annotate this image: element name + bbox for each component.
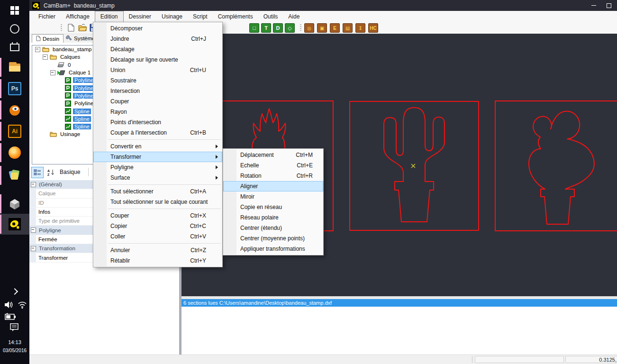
menu-item-Rétablir[interactable]: RétablirCtrl+Y — [93, 255, 222, 266]
task-view-icon[interactable] — [0, 37, 29, 58]
speaker-icon[interactable] — [4, 300, 15, 309]
windows-logo-icon — [10, 6, 19, 15]
menubar-item-Aide[interactable]: Aide — [283, 11, 305, 22]
menu-item-Copier[interactable]: CopierCtrl+C — [93, 221, 222, 231]
tree-expander-icon[interactable] — [35, 47, 40, 52]
menu-item-Points d'intersection[interactable]: Points d'intersection — [93, 117, 222, 127]
category-collapse-icon[interactable] — [31, 182, 36, 187]
menu-item-Centrer (moyenne points)[interactable]: Centrer (moyenne points) — [223, 233, 323, 244]
engrave-op-icon[interactable]: E — [330, 23, 340, 33]
az-sort-icon[interactable]: A Z — [45, 167, 57, 178]
menu-item-Polyligne[interactable]: Polyligne — [93, 162, 222, 173]
start-button-icon[interactable] — [0, 0, 29, 21]
unity-icon[interactable] — [0, 193, 29, 214]
menubar-item-Edition[interactable]: Edition — [95, 11, 124, 22]
tab-label: Système — [74, 36, 95, 41]
stock-outline-3[interactable] — [495, 101, 617, 231]
open-file-icon[interactable] — [78, 24, 87, 32]
region-tool-icon[interactable]: D — [273, 23, 283, 33]
menu-item-Surface[interactable]: Surface — [93, 173, 222, 183]
edition-menu-popup: DécomposerJoindreCtrl+JDécalageDécalage … — [93, 22, 223, 267]
drillbit-op-icon[interactable]: ↧ — [355, 23, 365, 33]
folder-icon — [42, 46, 49, 52]
menubar-item-Usinage[interactable]: Usinage — [156, 11, 188, 22]
tray-clock-time[interactable]: 14:13 — [0, 339, 29, 345]
menubar-item-Fichier[interactable]: Fichier — [33, 11, 61, 22]
lathe-op-icon[interactable]: ▤ — [343, 23, 353, 33]
tray-clock-date[interactable]: 03/05/2016 — [0, 348, 29, 353]
photoshop-icon[interactable]: Ps — [0, 78, 29, 99]
sticky-notes-icon[interactable] — [0, 165, 29, 186]
menu-item-Décalage sur ligne ouverte[interactable]: Décalage sur ligne ouverte — [93, 55, 222, 65]
toolbar-gripper — [61, 24, 62, 32]
menu-item-label: Joindre — [110, 36, 129, 42]
tree-expander-icon[interactable] — [43, 55, 48, 60]
menu-item-Annuler[interactable]: AnnulerCtrl+Z — [93, 245, 222, 255]
stock-outline-2[interactable] — [350, 101, 479, 230]
menu-item-Tout sélectionner[interactable]: Tout sélectionnerCtrl+A — [93, 186, 222, 197]
menubar-item-Script[interactable]: Script — [188, 11, 213, 22]
menu-item-shortcut: Ctrl+E — [297, 162, 319, 169]
menu-item-Aligner[interactable]: Aligner — [223, 181, 323, 191]
search-icon[interactable] — [0, 18, 29, 39]
menu-item-Décomposer[interactable]: Décomposer — [93, 23, 222, 34]
submenu-arrow-icon — [216, 145, 218, 148]
polyhedron-tool-icon[interactable]: ◇ — [285, 23, 295, 33]
file-explorer-icon[interactable] — [0, 57, 29, 78]
tree-item-label: bandeau_stamp — [51, 46, 93, 52]
menu-item-Déplacement[interactable]: DéplacementCtrl+M — [223, 150, 323, 160]
tray-expand-chevron-icon[interactable] — [0, 289, 29, 294]
menu-item-Rayon[interactable]: Rayon — [93, 107, 222, 117]
cambam-taskbar-icon[interactable] — [0, 214, 29, 235]
hc-op-icon[interactable]: HC — [368, 23, 378, 33]
text-tool-icon-glyph: T — [264, 25, 268, 31]
drill-op-icon[interactable]: ◎ — [304, 23, 314, 33]
categorize-icon[interactable] — [31, 167, 44, 178]
category-collapse-icon[interactable] — [31, 228, 36, 233]
menu-item-Echelle[interactable]: EchelleCtrl+E — [223, 160, 323, 171]
drillbit-op-icon-glyph: ↧ — [358, 26, 362, 31]
menu-item-Centrer (étendu)[interactable]: Centrer (étendu) — [223, 223, 323, 233]
menubar-item-Compléments[interactable]: Compléments — [213, 11, 258, 22]
menu-item-Couper[interactable]: Couper — [93, 96, 222, 107]
pocket-op-icon[interactable]: ▣ — [317, 23, 327, 33]
firefox-icon[interactable] — [0, 142, 29, 163]
blender-icon[interactable] — [0, 100, 29, 120]
category-collapse-icon[interactable] — [31, 246, 36, 251]
property-label: Fermée — [37, 237, 57, 242]
menu-item-Rotation[interactable]: RotationCtrl+R — [223, 171, 323, 181]
square-tool-icon[interactable]: □ — [249, 23, 259, 33]
new-file-icon[interactable] — [67, 24, 75, 32]
menu-item-Transformer[interactable]: Transformer — [93, 152, 222, 162]
spline-icon — [65, 124, 71, 130]
menu-item-Appliquer transformations[interactable]: Appliquer transformations — [223, 244, 323, 254]
text-tool-icon[interactable]: T — [261, 23, 271, 33]
menu-item-Union[interactable]: UnionCtrl+U — [93, 65, 222, 75]
menubar-item-Outils[interactable]: Outils — [258, 11, 283, 22]
cactus-prickly-pear-outline[interactable] — [529, 111, 594, 224]
menu-item-label: Echelle — [240, 162, 259, 169]
wifi-icon[interactable] — [18, 301, 27, 309]
tab-Dessin[interactable]: Dessin — [32, 34, 64, 43]
illustrator-icon[interactable]: Ai — [0, 121, 29, 142]
menu-item-Miroir[interactable]: Miroir — [223, 191, 323, 202]
minimize-button[interactable] — [587, 0, 601, 11]
menu-item-Intersection[interactable]: Intersection — [93, 86, 222, 96]
window-titlebar: CamBam+ bandeau_stamp — [29, 0, 617, 11]
menu-item-Tout sélectionner sur le calque courant[interactable]: Tout sélectionner sur le calque courant — [93, 197, 222, 207]
tree-expander-icon[interactable] — [50, 70, 55, 75]
restore-button[interactable] — [602, 0, 616, 11]
menubar-item-Affichage[interactable]: Affichage — [61, 11, 95, 22]
menu-item-Décalage[interactable]: Décalage — [93, 44, 222, 55]
view-mode-label[interactable]: Basique — [60, 169, 80, 175]
menubar-item-Dessiner[interactable]: Dessiner — [124, 11, 156, 22]
log-output-area — [181, 307, 617, 355]
menu-item-Convertir en[interactable]: Convertir en — [93, 141, 222, 152]
menu-item-Copie en réseau[interactable]: Copie en réseau — [223, 202, 323, 212]
menu-item-Coller[interactable]: CollerCtrl+V — [93, 231, 222, 242]
menu-item-Joindre[interactable]: JoindreCtrl+J — [93, 34, 222, 44]
menu-item-Soustraire[interactable]: Soustraire — [93, 75, 222, 86]
menu-item-Couper[interactable]: CouperCtrl+X — [93, 210, 222, 221]
menu-item-Réseau polaire[interactable]: Réseau polaire — [223, 212, 323, 223]
menu-item-Couper à l'intersection[interactable]: Couper à l'intersectionCtrl+B — [93, 127, 222, 138]
